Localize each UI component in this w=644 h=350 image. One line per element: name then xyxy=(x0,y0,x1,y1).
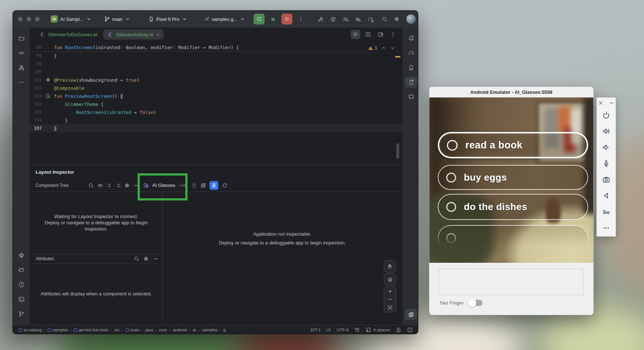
code-line-105[interactable]: 105 RootScreen(isGranted = false) xyxy=(30,108,402,116)
project-folder-icon[interactable] xyxy=(18,35,25,41)
search-icon[interactable] xyxy=(134,256,139,262)
code-line-101[interactable]: 101@Preview(showBackground = true) xyxy=(30,76,402,84)
device-manager-icon[interactable] xyxy=(408,65,414,71)
project-selector[interactable]: AI AI Sampl... xyxy=(51,15,92,23)
close-icon[interactable] xyxy=(598,100,604,106)
hide-panel-icon[interactable] xyxy=(153,256,159,262)
volume-up-icon[interactable] xyxy=(602,127,610,135)
view-options-eye-icon[interactable] xyxy=(97,183,103,188)
gear-icon[interactable] xyxy=(143,256,149,262)
code-line-106[interactable]: 106 } xyxy=(30,116,402,124)
rerun-button[interactable] xyxy=(254,14,265,25)
todo-radio-icon[interactable] xyxy=(446,173,456,183)
maximize-window-button[interactable] xyxy=(35,17,40,22)
code-line-98[interactable]: 98} xyxy=(30,52,402,60)
breadcrumb-ai[interactable]: ai xyxy=(193,328,196,332)
zoom-to-fit-icon[interactable] xyxy=(387,305,393,310)
warning-stripe-mark[interactable] xyxy=(395,56,400,58)
expand-all-icon[interactable] xyxy=(106,183,112,188)
zoom-out-icon[interactable] xyxy=(387,296,393,302)
camera-icon[interactable] xyxy=(602,176,610,184)
tab-glimmertodoscreen[interactable]: GlimmerToDoScreen.kt xyxy=(35,29,102,40)
code-line-104[interactable]: 104 GlimmerTheme { xyxy=(30,100,402,108)
attach-debugger-icon[interactable] xyxy=(355,16,361,22)
run-config-selector[interactable]: samples.g... xyxy=(204,16,245,22)
unlock-icon[interactable] xyxy=(396,327,401,333)
profiler-icon[interactable]: A xyxy=(330,16,336,22)
user-avatar[interactable] xyxy=(406,14,416,24)
todo-item-buy-eggs[interactable]: buy eggs xyxy=(438,165,588,190)
breadcrumb-android[interactable]: android xyxy=(173,328,187,332)
logcat-icon[interactable] xyxy=(18,267,25,273)
terminal-icon[interactable] xyxy=(18,296,25,302)
open-in-split-icon[interactable] xyxy=(376,30,385,39)
stop-button[interactable] xyxy=(281,14,292,25)
code-line-100[interactable]: 100 xyxy=(30,68,402,76)
more-actions-button[interactable] xyxy=(295,14,306,25)
tab-glassesactivity[interactable]: GlassesActivity.kt × xyxy=(103,29,163,40)
glasses-icon[interactable] xyxy=(602,208,610,216)
code-line-89[interactable]: 89fun RootScreen(isGranted: Boolean, mod… xyxy=(30,43,402,52)
toggle-3d-button[interactable] xyxy=(384,273,396,285)
breadcrumb-g[interactable]: g xyxy=(223,328,226,332)
breadcrumb-gemini-live-todo[interactable]: gemini-live-todo xyxy=(74,328,108,332)
gear-gutter-icon[interactable] xyxy=(42,77,54,82)
export-snapshot-icon[interactable] xyxy=(191,183,197,188)
split-editor-icon[interactable] xyxy=(363,30,373,39)
todo-radio-icon[interactable] xyxy=(446,202,456,212)
emulator-screen[interactable]: read a bookbuy eggsdo the dishes xyxy=(429,97,593,263)
breadcrumb-samples[interactable]: samples xyxy=(202,328,218,332)
git-icon[interactable] xyxy=(18,311,25,317)
build-hammer-run-icon[interactable] xyxy=(317,16,324,22)
minimize-icon[interactable] xyxy=(609,100,615,106)
breadcrumb-samples[interactable]: samples xyxy=(48,328,68,332)
microphone-icon[interactable] xyxy=(602,159,610,167)
back-icon[interactable] xyxy=(602,192,610,200)
import-snapshot-icon[interactable] xyxy=(200,183,206,188)
close-window-button[interactable] xyxy=(18,17,23,22)
vcs-branch-selector[interactable]: main xyxy=(104,16,131,22)
breadcrumb-main[interactable]: main xyxy=(126,328,140,332)
pan-mode-button[interactable] xyxy=(384,260,396,272)
sessions-list-icon[interactable] xyxy=(342,16,349,22)
editor-list-icon[interactable] xyxy=(351,30,360,39)
todo-item-do-the-dishes[interactable]: do the dishes xyxy=(438,194,588,220)
todo-radio-icon[interactable] xyxy=(447,140,458,151)
caret-position[interactable]: 107:1 xyxy=(310,328,321,332)
compose-preview-gutter-icon[interactable] xyxy=(42,93,54,99)
more-tool-windows-icon[interactable] xyxy=(18,79,25,85)
code-line-99[interactable]: 99 xyxy=(30,60,402,68)
editor-scrollbar[interactable] xyxy=(396,143,399,159)
live-updates-eye-icon[interactable] xyxy=(182,183,188,188)
more-kebab-icon[interactable] xyxy=(388,30,398,39)
settings-gear-icon[interactable] xyxy=(394,16,400,22)
indent-setting[interactable]: 4 spaces xyxy=(365,327,390,333)
zoom-in-icon[interactable] xyxy=(387,288,393,294)
gear-icon[interactable] xyxy=(124,183,130,188)
structure-icon[interactable] xyxy=(18,65,25,71)
gemini-chat-icon[interactable] xyxy=(408,94,414,100)
problems-icon[interactable] xyxy=(18,281,25,288)
close-tab-icon[interactable]: × xyxy=(156,32,159,37)
gradle-sync-icon[interactable] xyxy=(367,16,374,22)
more-icon[interactable] xyxy=(602,224,610,232)
toggle-deep-inspect-button[interactable] xyxy=(210,181,218,190)
commit-icon[interactable] xyxy=(18,50,25,56)
notifications-bell-icon[interactable] xyxy=(408,35,414,41)
device-selector[interactable]: Pixel 9 Pro xyxy=(148,16,188,22)
volume-down-icon[interactable] xyxy=(602,143,610,151)
inspection-widget[interactable]: 1 xyxy=(366,44,397,52)
search-icon[interactable] xyxy=(88,183,94,188)
todo-item-read-a-book[interactable]: read a book xyxy=(438,132,588,158)
file-encoding[interactable]: UTF-8 xyxy=(336,328,349,332)
power-icon[interactable] xyxy=(602,111,610,119)
emulator-input-box[interactable] xyxy=(439,269,583,295)
debug-button[interactable] xyxy=(268,14,279,25)
info-circle-icon[interactable] xyxy=(407,327,413,333)
breadcrumb-com[interactable]: com xyxy=(159,328,167,332)
breadcrumb-java[interactable]: java xyxy=(145,328,153,332)
next-problem-icon[interactable] xyxy=(390,45,396,51)
code-editor[interactable]: 89fun RootScreen(isGranted: Boolean, mod… xyxy=(30,41,402,165)
line-separator[interactable]: LF xyxy=(326,328,331,332)
search-icon[interactable] xyxy=(382,16,388,22)
